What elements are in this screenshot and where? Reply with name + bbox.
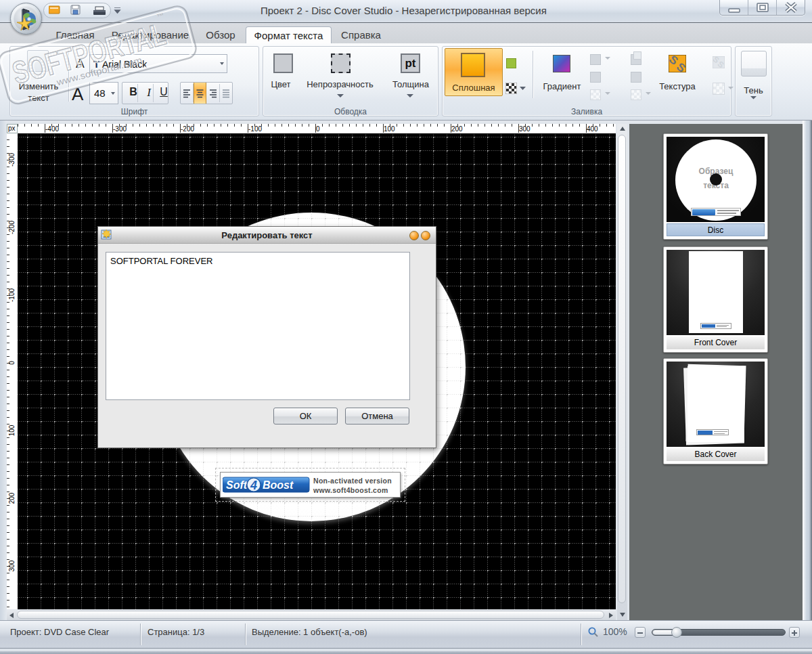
svg-text:200: 200 xyxy=(451,125,463,133)
svg-text:-100: -100 xyxy=(8,288,16,302)
svg-text:www.soft4boost.com: www.soft4boost.com xyxy=(313,486,388,494)
svg-text:Boost: Boost xyxy=(263,479,294,491)
svg-text:-400: -400 xyxy=(45,125,59,133)
svg-text:-300: -300 xyxy=(8,153,16,167)
svg-text:-100: -100 xyxy=(248,125,262,133)
svg-text:100: 100 xyxy=(384,125,395,133)
svg-text:0: 0 xyxy=(316,125,320,133)
svg-text:Non-activated version: Non-activated version xyxy=(313,477,392,485)
svg-text:200: 200 xyxy=(8,492,16,504)
svg-text:300: 300 xyxy=(8,560,16,571)
svg-text:Soft: Soft xyxy=(226,479,248,491)
svg-text:300: 300 xyxy=(519,125,531,133)
svg-text:-300: -300 xyxy=(113,125,127,133)
svg-text:-200: -200 xyxy=(8,221,16,234)
svg-text:4: 4 xyxy=(250,479,257,492)
svg-text:400: 400 xyxy=(587,125,598,133)
svg-text:0: 0 xyxy=(8,361,16,365)
svg-text:100: 100 xyxy=(8,424,16,436)
svg-text:-200: -200 xyxy=(181,125,194,133)
